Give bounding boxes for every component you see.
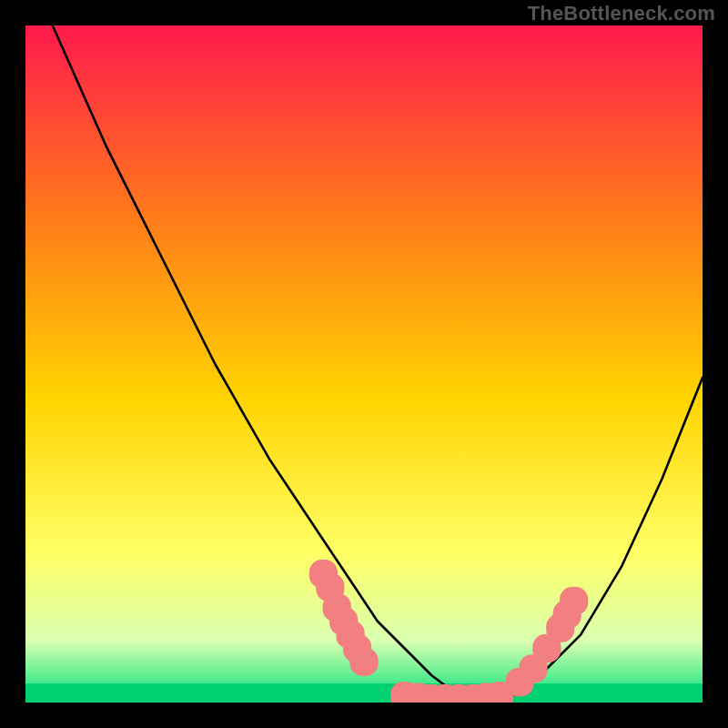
highlight-marker [560,587,588,615]
chart-svg [25,25,703,703]
chart-frame [25,25,703,703]
chart-baseline-band [25,683,703,703]
watermark-text: TheBottleneck.com [528,2,715,25]
highlight-marker [349,648,378,676]
